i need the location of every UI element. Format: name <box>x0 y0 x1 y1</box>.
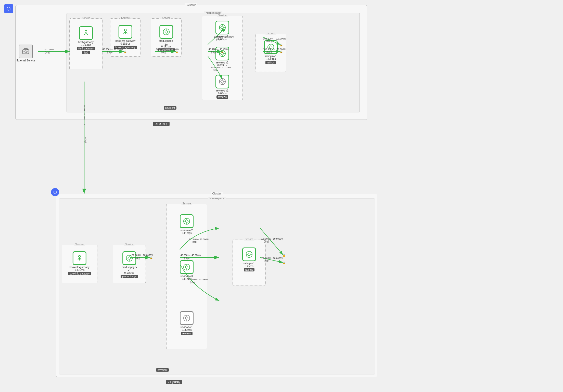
svg-point-42 <box>25 51 27 53</box>
productpage-c2-badge: productpage <box>121 275 138 278</box>
external-service-icon[interactable] <box>19 45 33 58</box>
svg-point-62 <box>185 266 188 268</box>
reviews-v1-c1-rps: 0.05rps <box>218 92 226 95</box>
cluster2-label: Cluster <box>211 192 223 195</box>
service-box-bookinfo-c2: Service bookinfo-gateway 0.175rps bookin… <box>62 245 97 283</box>
node-bookinfo-c1: bookinfo-gateway 0.192rps bookinfo-gatew… <box>114 25 137 49</box>
bookinfo-gateway-c1-badge: bookinfo-gateway <box>114 46 137 49</box>
ratings-v1-c1-name: ratings-v1 <box>265 55 276 58</box>
svg-line-2 <box>86 32 88 35</box>
service-label-tier1: Service <box>81 17 91 19</box>
productpage-c1-rps: 0.192rps <box>161 45 171 48</box>
node-ratings-c1: ratings-v1 0.133rps ratings <box>264 40 278 64</box>
service-label-ratings-c2: Service <box>244 238 254 241</box>
reviews-v3-c2-name: reviews-v3 <box>181 275 193 278</box>
productpage-c2-rps: 0.175rps <box>124 271 134 274</box>
reviews-v3-c2-rps: 0.117rps <box>182 278 192 280</box>
cluster1-label: Cluster <box>185 3 197 6</box>
node-tier1-gateway: tier1-gateway 0.392rps tier1-gateway tie… <box>77 26 95 54</box>
bookinfo-gateway-c1-rps: 0.192rps <box>121 42 131 45</box>
ratings-v1-c1-icon[interactable] <box>264 40 278 54</box>
ratings-v1-c1-rps: 0.133rps <box>266 58 276 60</box>
payment-c1-badge: payment <box>164 106 176 110</box>
tier1-gateway-rps: 0.392rps <box>81 44 91 46</box>
cluster1-footer: c1 (GKE) <box>153 122 170 126</box>
bookinfo-gateway-c1-icon[interactable] <box>119 25 132 39</box>
reviews-v1-c2-icon[interactable] <box>180 311 194 325</box>
bottom-logo: ⬡ <box>51 188 59 196</box>
node-reviews-v3-c2: reviews-v3 0.117rps <box>180 260 194 280</box>
productpage-c2-icon[interactable] <box>122 251 136 265</box>
svg-line-46 <box>78 257 80 260</box>
service-box-tier1: Service tier1-gateway 0.392rps tier1-gat… <box>69 18 103 69</box>
reviews-v3-c2-icon[interactable] <box>180 260 194 274</box>
bookinfo-gateway-c2-icon[interactable] <box>73 251 86 265</box>
reviews-v3-c1-icon[interactable] <box>215 21 229 34</box>
reviews-v2-c1-rps: 0.083rps <box>217 64 227 67</box>
node-ratings-c2: ratings-v1 0.25rps ratings <box>242 247 256 271</box>
node-bookinfo-c2: bookinfo-gateway 0.175rps bookinfo-gatew… <box>68 251 91 275</box>
external-service-name: External Service <box>17 59 35 62</box>
service-label-productpage-c2: Service <box>124 243 134 246</box>
svg-point-33 <box>270 46 272 48</box>
node-reviews-v1-c2: reviews-v1 0.058rps reviews <box>180 311 194 335</box>
reviews-v2-c1-icon[interactable] <box>215 47 229 60</box>
service-label-reviews-c2: Service <box>181 202 192 205</box>
reviews-v2-c2-icon[interactable] <box>180 214 194 228</box>
namespace2-label: Namespace <box>208 197 226 200</box>
service-box-productpage-c1: Service productpage-v1 0.192rps productp… <box>151 18 182 57</box>
tier1-gateway-name: tier1-gateway <box>78 41 94 44</box>
node-reviews-v2-c2: reviews-v2 0.117rps <box>180 214 194 234</box>
service-box-productpage-c2: Service productpage-v1 0.175rps productp… <box>113 245 146 283</box>
ratings-v1-c2-name: ratings-v1 <box>244 262 255 265</box>
cluster1: Cluster Namespace Service tier1-gateway … <box>15 5 367 120</box>
productpage-c1-icon[interactable] <box>159 25 173 39</box>
svg-point-27 <box>221 80 224 83</box>
svg-line-1 <box>84 32 86 35</box>
reviews-c1-badge: reviews <box>216 95 228 99</box>
tier1-badge2: tier1 <box>82 51 90 54</box>
service-box-ratings-c2: Service ratings-v1 0.25rps ratings <box>233 240 266 285</box>
cluster2: Cluster Namespace Service bookinfo-gatew… <box>56 194 377 377</box>
reviews-v3-c1-name: reviews-v3 <box>216 35 228 38</box>
service-label-productpage-c1: Service <box>161 17 171 19</box>
ratings-v1-c2-rps: 0.25rps <box>245 265 253 268</box>
svg-point-21 <box>221 52 224 55</box>
svg-point-0 <box>85 30 87 32</box>
node-productpage-c2: productpage-v1 0.175rps productpage <box>121 251 138 278</box>
service-label-ratings-c1: Service <box>265 32 276 35</box>
reviews-v3-c1-rps: 0.05rps <box>218 38 226 41</box>
bookinfo-gateway-c2-rps: 0.175rps <box>75 269 85 271</box>
main-container: ⬡ Cluster Namespace Service tier1-gatewa… <box>0 0 563 392</box>
productpage-c1-badge: productpage <box>158 48 175 52</box>
ratings-c2-badge: ratings <box>244 268 254 271</box>
node-productpage-c1: productpage-v1 0.192rps productpage <box>158 25 175 52</box>
top-logo: ⬡ <box>4 4 13 13</box>
svg-line-5 <box>124 31 125 34</box>
reviews-v2-c2-name: reviews-v2 <box>181 229 193 232</box>
ratings-v1-c2-icon[interactable] <box>242 247 256 261</box>
productpage-c1-name: productpage-v1 <box>158 40 175 45</box>
tier1-gateway-badge: tier1-gateway <box>77 47 95 50</box>
svg-point-50 <box>128 257 131 259</box>
svg-point-68 <box>185 317 188 319</box>
service-box-ratings-c1: Service ratings-v1 0.133rps ratings <box>255 34 286 72</box>
service-box-reviews-c1: Service reviews-v3 0.05rps reviews-v2 0.… <box>202 16 243 100</box>
service-label-reviews-c1: Service <box>217 14 227 17</box>
reviews-c2-badge: reviews <box>181 332 193 335</box>
reviews-v1-c1-icon[interactable] <box>215 75 229 88</box>
productpage-c2-name: productpage-v1 <box>121 266 138 271</box>
node-reviews-v1-c1: reviews-v1 0.05rps reviews <box>215 75 229 99</box>
reviews-v1-c2-rps: 0.058rps <box>182 329 192 331</box>
ratings-c1-badge: ratings <box>265 61 276 64</box>
reviews-v1-c2-name: reviews-v1 <box>181 326 193 329</box>
node-reviews-v3-c1: reviews-v3 0.05rps <box>215 21 229 41</box>
svg-point-9 <box>165 31 168 33</box>
namespace2: Namespace Service bookinfo-gateway 0.175… <box>59 199 375 374</box>
svg-point-15 <box>221 26 224 29</box>
tier1-gateway-icon[interactable] <box>79 26 93 40</box>
svg-point-45 <box>79 255 81 257</box>
payment-c2-badge: payment <box>156 368 169 372</box>
namespace1: Namespace Service tier1-gateway 0.392rps… <box>67 13 360 112</box>
reviews-v2-c2-rps: 0.117rps <box>182 232 192 234</box>
